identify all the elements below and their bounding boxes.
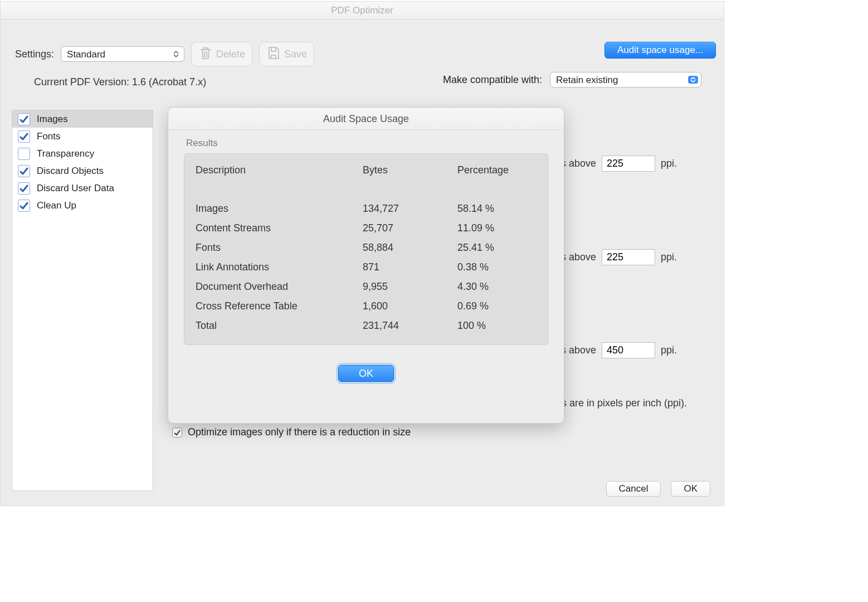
ok-button[interactable]: OK (671, 481, 710, 497)
results-cell-pct: 4.30 % (457, 281, 530, 293)
results-cell-desc: Link Annotations (196, 261, 363, 273)
results-cell-desc: Fonts (196, 242, 363, 254)
results-cell-pct: 25.41 % (457, 242, 530, 254)
results-cell-bytes: 134,727 (363, 203, 457, 215)
row-unit: ppi. (661, 158, 677, 169)
cancel-button[interactable]: Cancel (606, 481, 661, 497)
ppi-note-fragment: ts are in pixels per inch (ppi). (559, 397, 687, 409)
sidebar-item-label: Images (37, 114, 68, 125)
settings-label: Settings: (15, 48, 54, 60)
results-table: Description Bytes Percentage Images134,7… (184, 153, 548, 345)
dialog-ok-button[interactable]: OK (338, 365, 394, 382)
ppi-input-1[interactable] (602, 156, 655, 172)
save-label: Save (284, 48, 307, 60)
results-cell-pct: 11.09 % (457, 222, 530, 234)
results-cell-desc: Total (196, 320, 363, 332)
results-cell-bytes: 871 (363, 261, 457, 273)
results-row: Fonts58,88425.41 % (196, 238, 537, 258)
results-label: Results (186, 138, 548, 149)
settings-row: Settings: Standard Delete Save (15, 42, 314, 66)
optimize-label: Optimize images only if there is a reduc… (188, 426, 411, 438)
results-cell-pct: 0.38 % (457, 261, 530, 273)
results-cell-pct: 100 % (457, 320, 530, 332)
sidebar-item-fonts[interactable]: Fonts (12, 128, 153, 145)
optimize-checkbox-row[interactable]: Optimize images only if there is a reduc… (172, 426, 411, 438)
results-cell-bytes: 58,884 (363, 242, 457, 254)
floppy-icon (266, 45, 281, 64)
col-bytes: Bytes (363, 164, 457, 176)
sidebar-item-transparency[interactable]: Transparency (12, 145, 153, 162)
settings-select[interactable]: Standard (61, 46, 184, 62)
results-cell-bytes: 9,955 (363, 281, 457, 293)
sidebar-item-label: Transparency (37, 148, 94, 159)
sidebar-checkbox[interactable] (18, 113, 30, 125)
col-description: Description (196, 164, 363, 176)
results-row: Link Annotations8710.38 % (196, 258, 537, 277)
window-title: PDF Optimizer (1, 2, 724, 20)
optimize-checkbox[interactable] (172, 428, 182, 438)
sidebar-item-discard-objects[interactable]: Discard Objects (12, 162, 153, 179)
results-cell-pct: 0.69 % (457, 300, 530, 312)
compat-row: Make compatible with: Retain existing (443, 72, 701, 88)
sidebar-checkbox[interactable] (18, 165, 30, 177)
sidebar-item-clean-up[interactable]: Clean Up (12, 197, 153, 214)
results-cell-desc: Cross Reference Table (196, 300, 363, 312)
results-cell-desc: Content Streams (196, 222, 363, 234)
row-unit: ppi. (661, 251, 677, 263)
delete-label: Delete (216, 48, 245, 60)
sidebar-checkbox[interactable] (18, 200, 30, 212)
results-cell-pct: 58.14 % (457, 203, 530, 215)
trash-icon (198, 45, 213, 64)
sidebar-checkbox[interactable] (18, 130, 30, 143)
results-row: Total231,744100 % (196, 316, 537, 336)
audit-space-usage-dialog: Audit Space Usage Results Description By… (168, 107, 564, 424)
compat-select-wrap[interactable]: Retain existing (550, 72, 701, 88)
bottom-buttons: Cancel OK (606, 481, 710, 497)
delete-button[interactable]: Delete (191, 42, 252, 66)
pdf-optimizer-window: PDF Optimizer Settings: Standard Delete (0, 1, 724, 506)
results-row: Images134,72758.14 % (196, 199, 537, 219)
window-content: Settings: Standard Delete Save (1, 20, 724, 506)
results-row: Document Overhead9,9554.30 % (196, 277, 537, 297)
sidebar-item-label: Fonts (37, 131, 61, 142)
sidebar-item-images[interactable]: Images (12, 110, 153, 128)
row-unit: ppi. (661, 344, 677, 356)
results-cell-desc: Images (196, 203, 363, 215)
compat-select[interactable]: Retain existing (550, 72, 701, 88)
images-panel-visible-fragment: es above ppi. es above ppi. es above ppi… (555, 119, 713, 441)
sidebar-item-label: Discard User Data (37, 183, 114, 194)
settings-select-wrap[interactable]: Standard (61, 46, 184, 62)
current-pdf-version: Current PDF Version: 1.6 (Acrobat 7.x) (34, 76, 206, 88)
col-percentage: Percentage (457, 164, 530, 176)
sidebar-checkbox[interactable] (18, 182, 30, 195)
ppi-input-2[interactable] (602, 249, 655, 265)
results-row: Content Streams25,70711.09 % (196, 219, 537, 238)
compat-label: Make compatible with: (443, 74, 542, 86)
dialog-title: Audit Space Usage (168, 108, 564, 130)
results-cell-bytes: 1,600 (363, 300, 457, 312)
ppi-input-3[interactable] (602, 342, 655, 358)
results-cell-bytes: 25,707 (363, 222, 457, 234)
results-cell-bytes: 231,744 (363, 320, 457, 332)
audit-space-usage-button[interactable]: Audit space usage... (604, 42, 716, 59)
results-header: Description Bytes Percentage (196, 161, 537, 180)
results-cell-desc: Document Overhead (196, 281, 363, 293)
category-sidebar: ImagesFontsTransparencyDiscard ObjectsDi… (12, 110, 153, 491)
sidebar-item-label: Discard Objects (37, 166, 104, 177)
dialog-body: Results Description Bytes Percentage Ima… (168, 130, 564, 382)
sidebar-item-label: Clean Up (37, 200, 76, 211)
save-button[interactable]: Save (259, 42, 314, 66)
sidebar-checkbox[interactable] (18, 148, 30, 160)
sidebar-item-discard-user-data[interactable]: Discard User Data (12, 179, 153, 197)
results-row: Cross Reference Table1,6000.69 % (196, 297, 537, 316)
